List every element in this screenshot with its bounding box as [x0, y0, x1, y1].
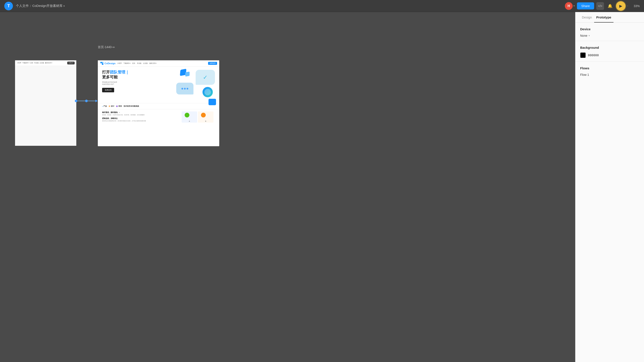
background-title: Background [580, 46, 639, 49]
mf-content-desc-2: 精准表达出画面逻辑关系，演示模式体验交互流程，文字备注辅助前端更清楚 [102, 120, 180, 122]
mf-content-left: 稿件预览，随时随地 ↻ 查画面、移动端、小程序浏览设计稿、支持列表、画布视图、交… [102, 111, 180, 124]
topbar: T 个人文件 / CoDesign开放素材库 ▾ H ▾ Share </> 🔔… [0, 0, 644, 12]
avatar-button[interactable]: H [565, 2, 573, 10]
svg-rect-2 [102, 62, 104, 63]
deco-small-block [208, 99, 216, 105]
mf-content-title-2: 逻辑连线，清晰表达 [102, 117, 180, 120]
share-button[interactable]: Share [577, 2, 594, 9]
breadcrumb-sep: / [30, 4, 31, 8]
mf-hero-title-plain: 打开 [102, 70, 110, 74]
sf-nav-logo: 小程序 [17, 62, 21, 64]
mf-hero-title-highlight: 团队管理｜ [110, 70, 129, 74]
mf-nav: CoDesign 小程序 下载插件 ▾ 定价 专业版 企业版 服务支持 ▾ 免费… [98, 60, 219, 67]
mf-nav-miniapp: 小程序 [117, 62, 122, 64]
conn-seg-1 [78, 101, 85, 101]
svg-rect-1 [102, 63, 104, 65]
device-value: None [580, 34, 587, 37]
mf-nav-service: 服务支持 ▾ [150, 62, 156, 64]
device-title: Device [580, 27, 639, 31]
project-name-label: CoDesign开放素材库 [32, 4, 62, 8]
canvas: 首页-1440-∞ 小程序 下载插件 ▾ 定价 专业版 企业版 服务支持 ▾ 免… [0, 12, 575, 362]
dev-icon: ⊞ [116, 105, 118, 107]
sf-nav-pro: 专业版 [34, 62, 39, 64]
mf-nav-price: 定价 [132, 62, 135, 64]
mf-nav-download: 下载插件 ▾ [124, 62, 130, 64]
mf-content-desc-1: 查画面、移动端、小程序浏览设计稿、支持列表、画布视图、交互型图解析 [102, 114, 180, 116]
flows-section: Flows Flow 1 [576, 62, 644, 80]
mf-content: 稿件预览，随时随地 ↻ 查画面、移动端、小程序浏览设计稿、支持列表、画布视图、交… [98, 109, 219, 126]
device-row[interactable]: None ▾ [580, 34, 639, 37]
small-frame: 小程序 下载插件 ▾ 定价 专业版 企业版 服务支持 ▾ 免费使用 [15, 60, 76, 146]
play-icon: ▶ [619, 4, 622, 8]
avatar-chevron-icon: ▾ [574, 4, 575, 7]
conn-seg-2 [88, 101, 96, 101]
mf-content-item-1: 稿件预览，随时随地 ↻ 查画面、移动端、小程序浏览设计稿、支持列表、画布视图、交… [102, 111, 180, 116]
flows-title: Flows [580, 66, 639, 70]
tab-design[interactable]: Design [580, 12, 594, 22]
breadcrumb: 个人文件 / CoDesign开放素材库 ▾ [16, 4, 65, 8]
project-name-area[interactable]: CoDesign开放素材库 ▾ [32, 4, 65, 8]
mf-logo: CoDesign [100, 61, 116, 65]
thumb-b-circle [201, 113, 206, 117]
conn-arrow-head [96, 100, 98, 102]
hero-illustration: ✓ [174, 68, 217, 101]
mf-logo-text: CoDesign [104, 62, 116, 65]
tab-prototype[interactable]: Prototype [594, 12, 614, 22]
sf-nav-download: 下载插件 ▾ [22, 62, 30, 64]
notification-icon: 🔔 [608, 4, 612, 8]
deco-check-bubble: ✓ [196, 70, 215, 85]
mf-content-title-1: 稿件预览，随时随地 ↻ [102, 111, 180, 114]
avatar-dropdown[interactable]: H ▾ [565, 2, 575, 10]
thumb-container: A B [182, 111, 215, 123]
play-button[interactable]: ▶ [616, 1, 626, 11]
background-row: 000000 [580, 52, 639, 58]
code-button[interactable]: </> [596, 2, 604, 10]
mf-content-item-2: 逻辑连线，清晰表达 精准表达出画面逻辑关系，演示模式体验交互流程，文字备注辅助前… [102, 117, 180, 122]
connection-arrow [75, 100, 98, 102]
deco-shape-2 [185, 71, 190, 77]
deco-chat-bubble [176, 83, 194, 94]
mf-logo-icon [100, 61, 104, 65]
right-panel: Design Prototype Device None ▾ Backgroun… [575, 12, 644, 362]
thumb-a: A [182, 111, 197, 123]
device-chevron-icon: ▾ [588, 34, 590, 37]
small-frame-inner: 小程序 下载插件 ▾ 定价 专业版 企业版 服务支持 ▾ 免费使用 [15, 60, 76, 146]
mf-nav-cta[interactable]: 免费使用 [208, 62, 217, 65]
thumb-a-circle [185, 113, 189, 117]
background-color-swatch[interactable] [580, 52, 586, 58]
main-frame: CoDesign 小程序 下载插件 ▾ 定价 专业版 企业版 服务支持 ▾ 免费… [98, 60, 219, 146]
svg-rect-0 [100, 62, 102, 63]
zoom-level: 33% [634, 4, 640, 8]
flow-item-1[interactable]: Flow 1 [580, 73, 639, 76]
product-icon: ▪ [102, 105, 103, 107]
code-icon: </> [598, 4, 602, 8]
mf-collab-text: 协作前所未有般高效 [124, 105, 139, 107]
mf-content-right: A B [182, 111, 215, 124]
notification-button[interactable]: 🔔 [606, 2, 614, 10]
play-area: ▶ ▾ [616, 1, 630, 11]
refresh-icon: ↻ [119, 112, 120, 113]
check-icon: ✓ [203, 74, 208, 81]
panel-tabs: Design Prototype [576, 12, 644, 22]
sf-nav-enterprise: 企业版 [40, 62, 44, 64]
personal-folder-label[interactable]: 个人文件 [16, 4, 29, 8]
app-logo: T [4, 2, 13, 10]
project-chevron-icon: ▾ [64, 4, 65, 7]
deco-globe [202, 87, 213, 97]
sf-nav-cta: 免费使用 [67, 62, 74, 64]
mf-feature-design: ⚙ 设计 [108, 105, 114, 107]
design-icon: ⚙ [108, 105, 110, 107]
play-dropdown-chevron[interactable]: ▾ [626, 1, 630, 11]
sf-nav: 小程序 下载插件 ▾ 定价 专业版 企业版 服务支持 ▾ 免费使用 [15, 60, 76, 66]
mf-feature-product: ▪ 产品 [102, 105, 107, 107]
mf-hero-cta[interactable]: 免费使用 [102, 88, 114, 92]
topbar-right: H ▾ Share </> 🔔 ▶ ▾ 33% [565, 1, 640, 11]
mf-hero: 打开团队管理｜ 更多可能 帮助团队提升协作效率 有效管理设计资产 免费使用 ✓ [98, 67, 219, 103]
background-section: Background 000000 [576, 41, 644, 62]
sf-nav-price: 定价 [30, 62, 33, 64]
mf-nav-enterprise: 企业版 [143, 62, 148, 64]
conn-start-node [75, 100, 78, 102]
mf-feature-dev: ⊞ 研发 [116, 105, 122, 107]
sf-nav-service: 服务支持 ▾ [45, 62, 52, 64]
thumb-b: B [198, 111, 214, 123]
